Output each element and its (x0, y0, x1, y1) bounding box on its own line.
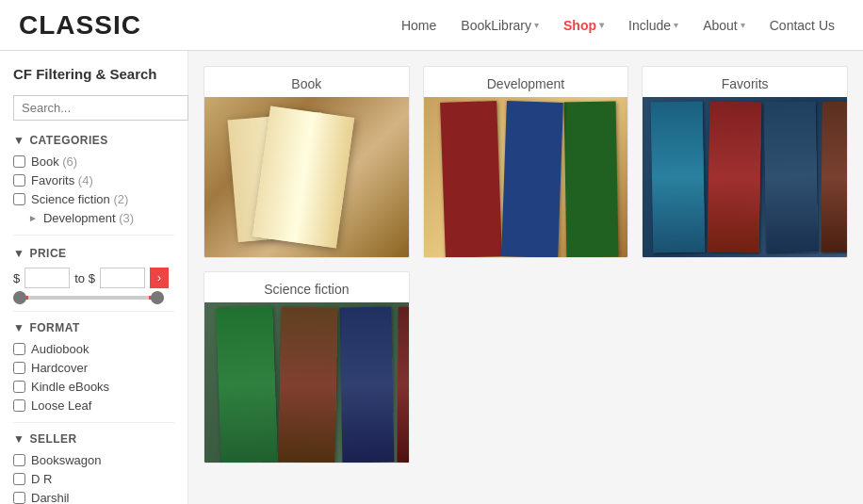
nav-about[interactable]: About ▾ (693, 12, 755, 39)
price-header[interactable]: ▼ PRICE (13, 247, 174, 260)
arrow-right-icon: ► (28, 213, 38, 223)
header: CLASSIC Home BookLibrary ▾ Shop ▾ Includ… (0, 0, 863, 51)
format-header[interactable]: ▼ FORMAT (13, 321, 174, 334)
sidebar-title: CF Filtering & Search (13, 66, 174, 82)
card-book[interactable]: Book (204, 66, 410, 258)
seller-bookswagon-checkbox[interactable] (13, 454, 25, 466)
bottom-card-row: Science fiction (204, 271, 848, 463)
logo: CLASSIC (19, 10, 141, 41)
card-development[interactable]: Development (423, 66, 629, 258)
format-audiobook: Audiobook (13, 342, 174, 356)
slider-thumb-right[interactable] (151, 291, 164, 304)
chevron-down-icon: ▾ (741, 20, 745, 30)
seller-darshil: Darshil (13, 491, 174, 504)
card-scifi-title: Science fiction (204, 272, 409, 302)
category-scifi: Science fiction (2) (13, 192, 174, 206)
nav-shop[interactable]: Shop ▾ (554, 12, 613, 39)
arrow-icon: ▼ (13, 432, 24, 446)
arrow-icon: ▼ (13, 321, 24, 334)
layout: CF Filtering & Search 🔍 ▼ CATEGORIES Boo… (0, 51, 863, 504)
format-audiobook-checkbox[interactable] (13, 343, 25, 355)
slider-track (13, 296, 164, 300)
price-go-button[interactable]: › (150, 268, 169, 288)
card-development-title: Development (424, 67, 628, 97)
seller-darshil-checkbox[interactable] (13, 492, 25, 504)
format-kindle-checkbox[interactable] (13, 381, 25, 393)
nav-contact[interactable]: Contact Us (760, 12, 844, 39)
card-scifi[interactable]: Science fiction (204, 271, 410, 463)
card-favorits-image (643, 97, 847, 257)
main-nav: Home BookLibrary ▾ Shop ▾ Include ▾ Abou… (392, 12, 844, 39)
format-looseleaf-checkbox[interactable] (13, 399, 25, 412)
category-favorits: Favorits (4) (13, 173, 174, 187)
seller-bookswagon: Bookswagon (13, 453, 174, 467)
price-section: ▼ PRICE $ to $ › (13, 247, 174, 300)
category-book: Book (6) (13, 154, 174, 169)
categories-header[interactable]: ▼ CATEGORIES (13, 134, 174, 147)
card-favorits[interactable]: Favorits (642, 66, 848, 258)
format-looseleaf: Loose Leaf (13, 398, 174, 413)
format-hardcover: Hardcover (13, 361, 174, 375)
chevron-down-icon: ▾ (534, 20, 539, 30)
seller-dr: D R (13, 472, 174, 486)
price-row: $ to $ › (13, 268, 174, 288)
slider-thumb-left[interactable] (13, 291, 26, 304)
format-kindle: Kindle eBooks (13, 380, 174, 394)
category-scifi-checkbox[interactable] (13, 193, 25, 205)
category-development: ► Development (3) (28, 211, 174, 225)
card-book-image (204, 97, 409, 257)
card-development-image (424, 97, 628, 257)
card-book-title: Book (204, 67, 409, 97)
format-hardcover-checkbox[interactable] (13, 362, 25, 374)
search-row: 🔍 (13, 95, 174, 121)
price-range-slider[interactable] (13, 296, 174, 300)
sidebar: CF Filtering & Search 🔍 ▼ CATEGORIES Boo… (0, 51, 188, 504)
nav-home[interactable]: Home (392, 12, 446, 39)
seller-dr-checkbox[interactable] (13, 473, 25, 485)
category-book-checkbox[interactable] (13, 155, 25, 168)
top-card-row: Book Development Favorits (204, 66, 848, 258)
chevron-down-icon: ▾ (674, 20, 678, 30)
price-from-input[interactable] (24, 268, 70, 288)
search-input[interactable] (13, 95, 188, 121)
chevron-down-icon: ▾ (599, 20, 604, 30)
arrow-icon: ▼ (13, 134, 24, 147)
main-content: Book Development Favorits (188, 51, 863, 504)
seller-header[interactable]: ▼ SELLER (13, 432, 174, 446)
arrow-icon: ▼ (13, 247, 24, 260)
nav-booklibrary[interactable]: BookLibrary ▾ (451, 12, 548, 39)
category-favorits-checkbox[interactable] (13, 174, 25, 187)
price-to-input[interactable] (100, 268, 145, 288)
card-favorits-title: Favorits (643, 67, 847, 97)
card-scifi-image (204, 302, 409, 463)
nav-include[interactable]: Include ▾ (619, 12, 688, 39)
